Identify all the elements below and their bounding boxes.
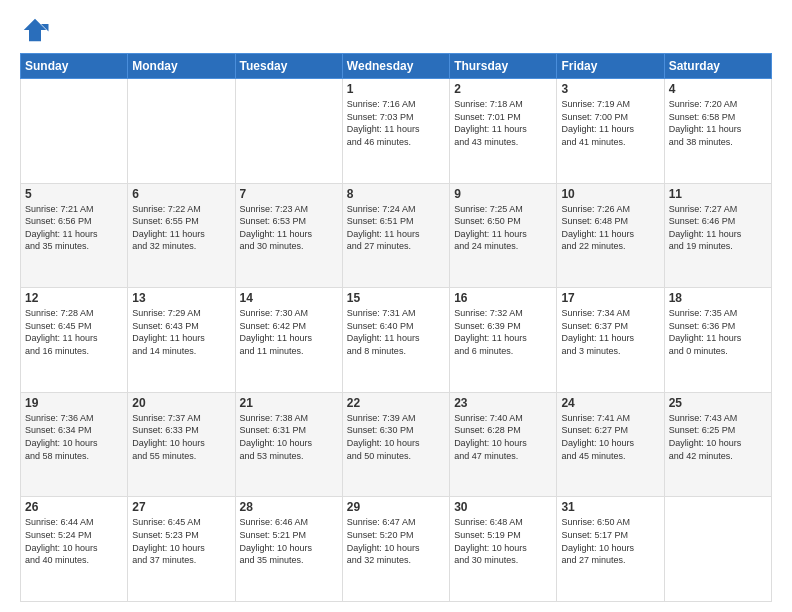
day-info: Sunrise: 6:47 AMSunset: 5:20 PMDaylight:… — [347, 516, 445, 566]
day-number: 23 — [454, 396, 552, 410]
day-number: 13 — [132, 291, 230, 305]
day-cell: 14Sunrise: 7:30 AMSunset: 6:42 PMDayligh… — [235, 288, 342, 393]
day-info: Sunrise: 7:35 AMSunset: 6:36 PMDaylight:… — [669, 307, 767, 357]
day-info: Sunrise: 6:46 AMSunset: 5:21 PMDaylight:… — [240, 516, 338, 566]
day-number: 2 — [454, 82, 552, 96]
day-info: Sunrise: 7:32 AMSunset: 6:39 PMDaylight:… — [454, 307, 552, 357]
day-cell: 6Sunrise: 7:22 AMSunset: 6:55 PMDaylight… — [128, 183, 235, 288]
day-cell — [664, 497, 771, 602]
day-info: Sunrise: 7:41 AMSunset: 6:27 PMDaylight:… — [561, 412, 659, 462]
day-info: Sunrise: 7:28 AMSunset: 6:45 PMDaylight:… — [25, 307, 123, 357]
weekday-header-thursday: Thursday — [450, 54, 557, 79]
day-info: Sunrise: 6:48 AMSunset: 5:19 PMDaylight:… — [454, 516, 552, 566]
weekday-header-sunday: Sunday — [21, 54, 128, 79]
day-cell: 23Sunrise: 7:40 AMSunset: 6:28 PMDayligh… — [450, 392, 557, 497]
day-info: Sunrise: 7:37 AMSunset: 6:33 PMDaylight:… — [132, 412, 230, 462]
week-row-4: 19Sunrise: 7:36 AMSunset: 6:34 PMDayligh… — [21, 392, 772, 497]
day-info: Sunrise: 7:34 AMSunset: 6:37 PMDaylight:… — [561, 307, 659, 357]
day-number: 20 — [132, 396, 230, 410]
day-cell: 10Sunrise: 7:26 AMSunset: 6:48 PMDayligh… — [557, 183, 664, 288]
day-number: 10 — [561, 187, 659, 201]
day-number: 18 — [669, 291, 767, 305]
day-info: Sunrise: 7:16 AMSunset: 7:03 PMDaylight:… — [347, 98, 445, 148]
day-info: Sunrise: 7:40 AMSunset: 6:28 PMDaylight:… — [454, 412, 552, 462]
day-cell: 11Sunrise: 7:27 AMSunset: 6:46 PMDayligh… — [664, 183, 771, 288]
day-cell: 26Sunrise: 6:44 AMSunset: 5:24 PMDayligh… — [21, 497, 128, 602]
day-info: Sunrise: 7:23 AMSunset: 6:53 PMDaylight:… — [240, 203, 338, 253]
day-cell — [128, 79, 235, 184]
day-number: 6 — [132, 187, 230, 201]
day-number: 17 — [561, 291, 659, 305]
svg-marker-0 — [24, 19, 47, 42]
day-cell: 12Sunrise: 7:28 AMSunset: 6:45 PMDayligh… — [21, 288, 128, 393]
day-cell: 25Sunrise: 7:43 AMSunset: 6:25 PMDayligh… — [664, 392, 771, 497]
day-cell — [235, 79, 342, 184]
day-number: 8 — [347, 187, 445, 201]
day-number: 29 — [347, 500, 445, 514]
logo — [20, 15, 54, 45]
day-cell: 7Sunrise: 7:23 AMSunset: 6:53 PMDaylight… — [235, 183, 342, 288]
weekday-header-monday: Monday — [128, 54, 235, 79]
day-info: Sunrise: 7:30 AMSunset: 6:42 PMDaylight:… — [240, 307, 338, 357]
day-cell: 9Sunrise: 7:25 AMSunset: 6:50 PMDaylight… — [450, 183, 557, 288]
day-info: Sunrise: 7:31 AMSunset: 6:40 PMDaylight:… — [347, 307, 445, 357]
day-cell: 31Sunrise: 6:50 AMSunset: 5:17 PMDayligh… — [557, 497, 664, 602]
day-info: Sunrise: 7:24 AMSunset: 6:51 PMDaylight:… — [347, 203, 445, 253]
day-number: 5 — [25, 187, 123, 201]
day-cell: 2Sunrise: 7:18 AMSunset: 7:01 PMDaylight… — [450, 79, 557, 184]
day-number: 24 — [561, 396, 659, 410]
day-info: Sunrise: 7:18 AMSunset: 7:01 PMDaylight:… — [454, 98, 552, 148]
logo-icon — [20, 15, 50, 45]
day-number: 7 — [240, 187, 338, 201]
day-number: 11 — [669, 187, 767, 201]
day-cell: 3Sunrise: 7:19 AMSunset: 7:00 PMDaylight… — [557, 79, 664, 184]
day-info: Sunrise: 7:19 AMSunset: 7:00 PMDaylight:… — [561, 98, 659, 148]
day-number: 19 — [25, 396, 123, 410]
weekday-header-tuesday: Tuesday — [235, 54, 342, 79]
day-info: Sunrise: 7:25 AMSunset: 6:50 PMDaylight:… — [454, 203, 552, 253]
day-number: 14 — [240, 291, 338, 305]
weekday-header-wednesday: Wednesday — [342, 54, 449, 79]
calendar-table: SundayMondayTuesdayWednesdayThursdayFrid… — [20, 53, 772, 602]
day-cell: 29Sunrise: 6:47 AMSunset: 5:20 PMDayligh… — [342, 497, 449, 602]
day-cell: 22Sunrise: 7:39 AMSunset: 6:30 PMDayligh… — [342, 392, 449, 497]
week-row-3: 12Sunrise: 7:28 AMSunset: 6:45 PMDayligh… — [21, 288, 772, 393]
day-cell: 20Sunrise: 7:37 AMSunset: 6:33 PMDayligh… — [128, 392, 235, 497]
day-number: 22 — [347, 396, 445, 410]
weekday-header-friday: Friday — [557, 54, 664, 79]
day-cell: 24Sunrise: 7:41 AMSunset: 6:27 PMDayligh… — [557, 392, 664, 497]
day-info: Sunrise: 6:45 AMSunset: 5:23 PMDaylight:… — [132, 516, 230, 566]
day-number: 4 — [669, 82, 767, 96]
day-info: Sunrise: 7:26 AMSunset: 6:48 PMDaylight:… — [561, 203, 659, 253]
day-cell: 13Sunrise: 7:29 AMSunset: 6:43 PMDayligh… — [128, 288, 235, 393]
week-row-5: 26Sunrise: 6:44 AMSunset: 5:24 PMDayligh… — [21, 497, 772, 602]
day-cell: 19Sunrise: 7:36 AMSunset: 6:34 PMDayligh… — [21, 392, 128, 497]
day-info: Sunrise: 7:20 AMSunset: 6:58 PMDaylight:… — [669, 98, 767, 148]
day-number: 1 — [347, 82, 445, 96]
day-info: Sunrise: 6:50 AMSunset: 5:17 PMDaylight:… — [561, 516, 659, 566]
day-cell: 5Sunrise: 7:21 AMSunset: 6:56 PMDaylight… — [21, 183, 128, 288]
week-row-1: 1Sunrise: 7:16 AMSunset: 7:03 PMDaylight… — [21, 79, 772, 184]
day-cell — [21, 79, 128, 184]
day-number: 26 — [25, 500, 123, 514]
day-number: 12 — [25, 291, 123, 305]
day-number: 16 — [454, 291, 552, 305]
day-number: 28 — [240, 500, 338, 514]
day-info: Sunrise: 7:29 AMSunset: 6:43 PMDaylight:… — [132, 307, 230, 357]
header — [20, 15, 772, 45]
day-cell: 17Sunrise: 7:34 AMSunset: 6:37 PMDayligh… — [557, 288, 664, 393]
day-number: 27 — [132, 500, 230, 514]
weekday-header-row: SundayMondayTuesdayWednesdayThursdayFrid… — [21, 54, 772, 79]
day-cell: 21Sunrise: 7:38 AMSunset: 6:31 PMDayligh… — [235, 392, 342, 497]
week-row-2: 5Sunrise: 7:21 AMSunset: 6:56 PMDaylight… — [21, 183, 772, 288]
day-cell: 1Sunrise: 7:16 AMSunset: 7:03 PMDaylight… — [342, 79, 449, 184]
day-cell: 16Sunrise: 7:32 AMSunset: 6:39 PMDayligh… — [450, 288, 557, 393]
day-cell: 8Sunrise: 7:24 AMSunset: 6:51 PMDaylight… — [342, 183, 449, 288]
day-cell: 30Sunrise: 6:48 AMSunset: 5:19 PMDayligh… — [450, 497, 557, 602]
day-number: 15 — [347, 291, 445, 305]
day-number: 3 — [561, 82, 659, 96]
day-number: 21 — [240, 396, 338, 410]
day-info: Sunrise: 7:39 AMSunset: 6:30 PMDaylight:… — [347, 412, 445, 462]
day-number: 9 — [454, 187, 552, 201]
day-info: Sunrise: 7:43 AMSunset: 6:25 PMDaylight:… — [669, 412, 767, 462]
